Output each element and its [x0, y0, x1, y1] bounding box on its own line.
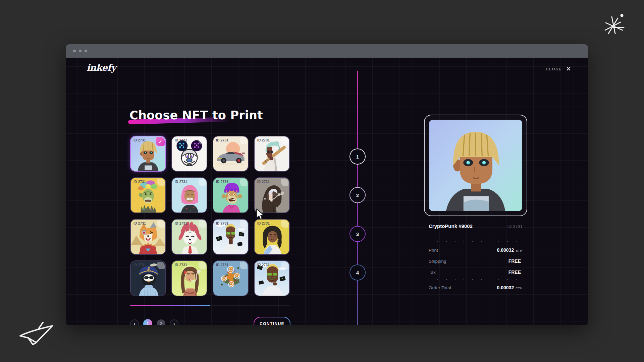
pagination-page-1[interactable]: 1 [143, 319, 152, 325]
nft-preview-card [424, 115, 527, 216]
nft-id-label: ID 2731 [216, 222, 228, 225]
progress-fill [130, 305, 210, 306]
sparkle-doodle [603, 13, 634, 38]
nft-card-cartoon-mouse[interactable]: ID 2731 [171, 136, 207, 172]
nft-id-label: ID 2731 [257, 180, 270, 184]
nft-grid: ID 2731 ✓ [130, 136, 290, 296]
summary-row-shipping: Shipping FREE [429, 258, 523, 265]
nft-card-smoking-woman[interactable]: ID 2731 [171, 260, 207, 296]
checkbox-unchecked[interactable] [281, 262, 288, 269]
summary-value: 0.00032 [497, 285, 514, 290]
checkbox-unchecked[interactable] [157, 220, 165, 228]
nft-card-dark-hair-woman[interactable]: ID 2731 [254, 219, 290, 255]
checkbox-unchecked[interactable] [281, 220, 288, 228]
summary-row-total: Order Total 0.00032ETH [429, 285, 523, 291]
summary-label: Print [429, 248, 438, 253]
nft-card-pirate-penguin[interactable]: ID 2731 [130, 260, 166, 296]
summary-value: FREE [508, 258, 521, 264]
step-indicator-3[interactable]: 3 [350, 226, 366, 242]
summary-label: Shipping [429, 259, 446, 264]
order-summary: CryptoPunk #9002 ID 2731 Print 0.00032ET… [424, 223, 527, 291]
step-indicator-2[interactable]: 2 [350, 187, 366, 203]
nft-card-abstract-figure[interactable]: ID 2731 [213, 260, 249, 296]
nft-card-pixel-shiba[interactable]: ID 2731 [130, 219, 166, 255]
summary-unit: ETH [516, 249, 523, 252]
nft-id-label: ID 2731 [133, 222, 146, 225]
app-window: inkefy CLOSE ✕ Choose NFT to Print [66, 44, 588, 325]
nft-id-label: ID 2731 [133, 138, 146, 142]
dotted-separator [429, 241, 523, 242]
checkbox-unchecked[interactable] [157, 179, 165, 186]
nft-card-camera-woman[interactable]: ID 2731 [213, 219, 249, 255]
nft-id-label: ID 2731 [175, 222, 187, 225]
nft-card-dreadlock-dog[interactable]: ID 2731 [171, 219, 207, 255]
checkbox-unchecked[interactable] [240, 179, 247, 186]
grid-progress-track [130, 305, 290, 306]
nft-id: ID 2731 [507, 224, 523, 229]
page-title: Choose NFT to Print [129, 109, 263, 122]
checkbox-unchecked[interactable] [281, 137, 288, 144]
checkbox-unchecked[interactable] [157, 262, 165, 269]
nft-card-cyberpunk-car[interactable]: ID 2731 [213, 136, 249, 172]
nft-card-mutant-ape[interactable]: ID 2731 [213, 177, 249, 213]
summary-row-tax: Tax FREE [429, 269, 523, 276]
summary-unit: ETH [516, 286, 523, 290]
close-button[interactable]: CLOSE ✕ [546, 66, 571, 72]
nft-card-pink-hair-ape[interactable]: ID 2731 [171, 177, 207, 213]
nft-preview-image [429, 120, 522, 211]
nft-card-blonde-avatar[interactable]: ID 2731 ✓ [130, 136, 166, 172]
nft-id-label: ID 2731 [216, 180, 228, 184]
nft-card-zombie-ape[interactable]: ID 2731 [130, 177, 166, 213]
checkbox-unchecked[interactable] [240, 137, 247, 144]
nft-id-label: ID 2731 [257, 263, 270, 267]
checkbox-checked[interactable]: ✓ [156, 137, 165, 146]
summary-label: Order Total [429, 285, 451, 290]
paper-plane-doodle [17, 322, 56, 347]
app-logo: inkefy [87, 62, 116, 73]
summary-value: 0.00032 [497, 247, 514, 253]
nft-id-label: ID 2731 [133, 263, 146, 267]
pagination-next-button[interactable]: › [170, 319, 178, 325]
nft-id-label: ID 2731 [175, 180, 187, 184]
nft-card-hooded-character[interactable]: ID 2731 [254, 177, 290, 213]
pagination-page-2[interactable]: 2 [157, 319, 165, 325]
nft-id-label: ID 2731 [216, 263, 228, 267]
continue-button[interactable]: CONTINUE [254, 317, 290, 325]
step-indicator-1[interactable]: 1 [350, 148, 366, 165]
nft-name: CryptoPunk #9002 [429, 223, 473, 229]
checkbox-unchecked[interactable] [199, 262, 206, 269]
continue-button-label: CONTINUE [254, 317, 290, 325]
window-dot-3[interactable] [85, 50, 87, 52]
close-icon: ✕ [566, 66, 571, 72]
checkbox-unchecked[interactable] [240, 220, 247, 228]
close-label: CLOSE [546, 67, 562, 71]
checkbox-unchecked[interactable] [199, 137, 206, 144]
summary-row-print: Print 0.00032ETH [429, 247, 523, 254]
window-dot-2[interactable] [79, 50, 82, 52]
nft-id-label: ID 2731 [175, 138, 187, 142]
nft-id-label: ID 2731 [133, 180, 146, 184]
chevron-left-icon: ‹ [134, 321, 136, 325]
pagination-prev-button[interactable]: ‹ [130, 319, 139, 325]
checkbox-unchecked[interactable] [281, 179, 288, 186]
window-titlebar [66, 44, 588, 58]
nft-card-girl-with-bat[interactable]: ID 2731 [254, 136, 290, 172]
nft-id-label: ID 2731 [175, 263, 187, 267]
checkbox-unchecked[interactable] [199, 179, 206, 186]
checkbox-unchecked[interactable] [240, 262, 247, 269]
app-content: inkefy CLOSE ✕ Choose NFT to Print [66, 58, 588, 325]
summary-value: FREE [508, 269, 521, 275]
chevron-right-icon: › [173, 321, 175, 325]
pagination: ‹ 1 2 › [130, 319, 178, 325]
checkbox-unchecked[interactable] [199, 220, 206, 228]
nft-id-label: ID 2731 [257, 222, 270, 225]
summary-label: Tax [429, 270, 436, 275]
dotted-separator [429, 279, 523, 280]
nft-id-label: ID 2731 [216, 138, 228, 142]
window-dot-1[interactable] [73, 50, 76, 52]
step-indicator-4[interactable]: 4 [350, 264, 366, 281]
nft-id-label: ID 2731 [257, 138, 270, 142]
nft-card-blonde-buzzcut[interactable]: ID 2731 [254, 260, 290, 296]
